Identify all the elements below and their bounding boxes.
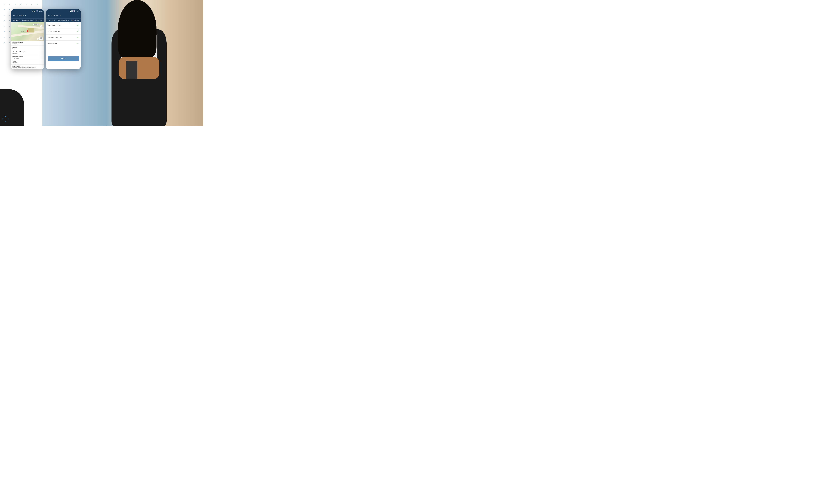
- phone2-status-icons: 12:30: [68, 10, 79, 12]
- checklist-text-escalators: Escalators stopped: [48, 37, 62, 38]
- phone2-checklist-body: Back door locked ✓ Lights turned off ✓ E…: [46, 22, 81, 61]
- svg-rect-13: [71, 11, 71, 12]
- detail-value-facility: F1: [12, 48, 43, 49]
- svg-rect-14: [71, 10, 72, 12]
- dot: [4, 20, 5, 21]
- detail-value-location: Gate 7, S1: [12, 57, 43, 59]
- dot: [4, 26, 5, 27]
- dot: [9, 31, 10, 32]
- tab-details-phone2[interactable]: DETAILS: [46, 19, 57, 22]
- tab-attachments-phone2[interactable]: ATTACHMENTS: [57, 19, 69, 22]
- dot: [20, 4, 21, 5]
- detail-checkpoint-name: CheckPoint Name S1 Point 1: [11, 41, 44, 46]
- dot: [4, 37, 5, 38]
- phone2-title: S1 Point 1: [51, 14, 61, 17]
- loading-spinner: [2, 116, 9, 122]
- svg-rect-4: [34, 11, 34, 12]
- svg-point-3: [2, 118, 3, 120]
- save-button[interactable]: SAVE: [48, 56, 79, 61]
- phone1-tabs: DETAILS ATTACHMENTS CHECKLIST: [11, 18, 44, 22]
- checklist-item-back-door[interactable]: Back door locked ✓: [46, 22, 81, 28]
- dot: [9, 26, 10, 27]
- phone2-status-bar: 12:30: [46, 9, 81, 13]
- checklist-spacer: [46, 46, 81, 54]
- svg-rect-12: [70, 11, 71, 12]
- dot: [31, 4, 32, 5]
- phone1-details-body: CheckPoint Name S1 Point 1 Facility F1 C…: [11, 41, 44, 69]
- dot: [9, 15, 10, 16]
- svg-rect-6: [35, 10, 35, 12]
- svg-point-11: [41, 38, 41, 38]
- phone1-title: S1 Point 1: [16, 14, 26, 17]
- dot: [9, 42, 10, 43]
- dot: [9, 4, 10, 5]
- phone2-header: ← S1 Point 1: [46, 13, 81, 18]
- tab-checklist-phone2[interactable]: CHECKLIST: [69, 19, 81, 22]
- svg-point-2: [5, 121, 6, 122]
- phone1-time: 12:30: [39, 10, 43, 12]
- dot: [4, 31, 5, 32]
- phone1-status-icons: 12:30: [31, 10, 43, 12]
- detail-value-checkpoint-name: S1 Point 1: [12, 43, 43, 44]
- detail-label-facility: Facility: [12, 46, 43, 48]
- checklist-item-lights[interactable]: Lights turned off ✓: [46, 28, 81, 35]
- detail-label-location: Location, Section: [12, 56, 43, 57]
- check-icon-back-door: ✓: [77, 24, 79, 27]
- tab-details-phone1[interactable]: DETAILS: [11, 19, 22, 22]
- phone-details: 12:30 ← S1 Point 1 DETAILS ATTACHMENTS C…: [11, 9, 44, 69]
- detail-location: Location, Section Gate 7, S1: [11, 55, 44, 60]
- svg-rect-16: [73, 11, 74, 11]
- detail-description: Description Scanner can be found by door…: [11, 65, 44, 69]
- tab-attachments-phone1[interactable]: ATTACHMENTS: [22, 19, 33, 22]
- dot: [9, 20, 10, 21]
- phone1-back-button[interactable]: ←: [12, 14, 15, 17]
- detail-category: CheckPoint Category Building: [11, 50, 44, 55]
- svg-point-1: [8, 118, 9, 120]
- detail-label-description: Description: [12, 66, 43, 67]
- dot: [4, 9, 5, 10]
- person-hands: [119, 57, 159, 79]
- detail-tag: Tag # 23298989: [11, 60, 44, 65]
- dot: [4, 4, 5, 5]
- svg-rect-5: [34, 11, 35, 12]
- checklist-text-lights: Lights turned off: [48, 30, 59, 32]
- person-hair: [118, 0, 156, 59]
- detail-label-tag: Tag #: [12, 61, 43, 62]
- detail-value-tag: 23298989: [12, 62, 43, 64]
- svg-rect-8: [36, 11, 37, 11]
- person-phone-prop: [126, 61, 137, 79]
- checklist-text-back-door: Back door locked: [48, 24, 60, 26]
- image-gallery-button[interactable]: [39, 37, 43, 40]
- check-icon-escalators: ✓: [77, 36, 79, 39]
- checklist-item-escalators[interactable]: Escalators stopped ✓: [46, 35, 81, 41]
- map-building: [28, 28, 34, 32]
- map-ticket-sales-label: Ticket Sales: [33, 24, 39, 25]
- svg-point-0: [5, 116, 6, 117]
- dot: [9, 9, 10, 10]
- phone2-time: 12:30: [76, 10, 79, 12]
- phones-container: 12:30 ← S1 Point 1 DETAILS ATTACHMENTS C…: [11, 9, 81, 69]
- check-icon-alarm: ✓: [77, 42, 79, 45]
- detail-value-category: Building: [12, 53, 43, 54]
- checklist-text-alarm: Alarm armed: [48, 43, 57, 44]
- phone2-tabs: DETAILS ATTACHMENTS CHECKLIST: [46, 18, 81, 22]
- detail-label-category: CheckPoint Category: [12, 51, 43, 53]
- dot: [15, 4, 16, 5]
- phone-checklist: 12:30 ← S1 Point 1 DETAILS ATTACHMENTS C…: [46, 9, 81, 69]
- dot: [4, 42, 5, 43]
- detail-value-description: Scanner can be found by door number 2.: [12, 67, 43, 68]
- detail-facility: Facility F1: [11, 46, 44, 50]
- tab-checklist-phone1[interactable]: CHECKLIST: [33, 19, 44, 22]
- dot: [37, 4, 38, 5]
- checklist-item-alarm[interactable]: Alarm armed ✓: [46, 41, 81, 46]
- map-gate-label: Gate 7: [21, 31, 24, 32]
- person-figure: [108, 0, 178, 126]
- phone1-map[interactable]: ? Ticket Sales Aisle 25 ... Gate 7: [11, 22, 44, 41]
- phone2-back-button[interactable]: ←: [47, 14, 50, 17]
- phone1-status-bar: 12:30: [11, 9, 44, 13]
- detail-label-checkpoint-name: CheckPoint Name: [12, 42, 43, 43]
- dot: [4, 15, 5, 16]
- phone1-header: ← S1 Point 1: [11, 13, 44, 18]
- dot: [9, 37, 10, 38]
- map-info-icon: ?: [40, 25, 42, 27]
